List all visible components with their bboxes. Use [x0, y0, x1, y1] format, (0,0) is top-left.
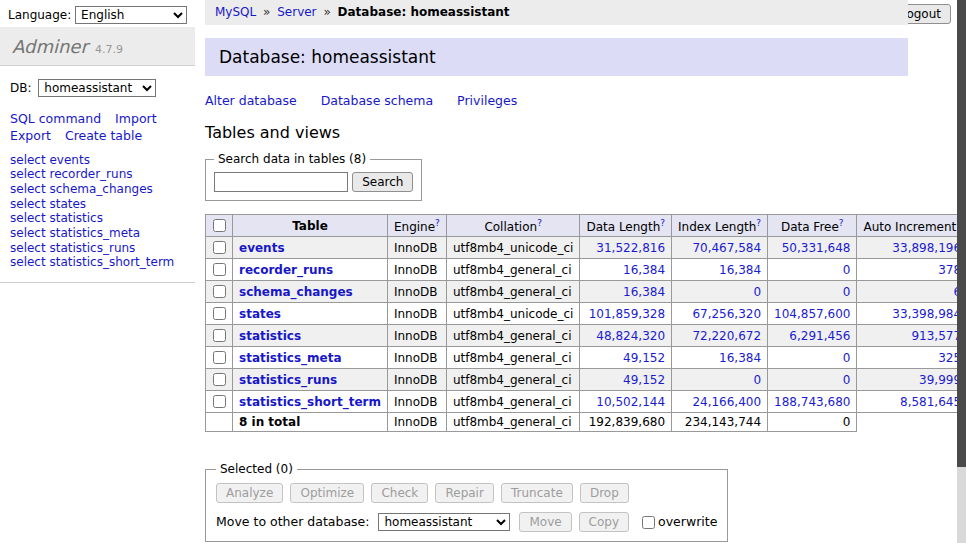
- breadcrumb-current: Database: homeassistant: [338, 5, 510, 19]
- db-select[interactable]: homeassistant: [38, 79, 156, 97]
- repair-button[interactable]: Repair: [435, 483, 493, 503]
- help-link[interactable]: ?: [537, 218, 542, 228]
- collation-cell: utf8mb4_general_ci: [446, 347, 580, 369]
- copy-button[interactable]: Copy: [579, 512, 629, 532]
- sidebar-link-import[interactable]: Import: [115, 111, 157, 126]
- check-button[interactable]: Check: [371, 483, 428, 503]
- table-row: recorder_runs InnoDB utf8mb4_general_ci …: [206, 259, 966, 281]
- help-link[interactable]: ?: [839, 218, 844, 228]
- engine-cell: InnoDB: [387, 237, 446, 259]
- help-link[interactable]: ?: [435, 218, 440, 228]
- data-free-cell: 0: [768, 281, 857, 303]
- breadcrumb-bar: MySQL » Server » Database: homeassistant: [205, 0, 908, 25]
- db-label: DB:: [10, 81, 32, 95]
- auto-increment-cell: 39,999: [857, 369, 966, 391]
- auto-increment-cell: 33,898,196: [857, 237, 966, 259]
- sidebar-table-link[interactable]: select statistics_meta: [10, 226, 140, 240]
- search-legend: Search data in tables (8): [214, 152, 370, 166]
- drop-button[interactable]: Drop: [580, 483, 629, 503]
- sidebar-table-link[interactable]: select statistics: [10, 211, 103, 225]
- sidebar-table-link[interactable]: select statistics_short_term: [10, 255, 174, 269]
- table-name-link[interactable]: schema_changes: [239, 285, 353, 299]
- breadcrumb-link-mysql[interactable]: MySQL: [215, 5, 256, 19]
- truncate-button[interactable]: Truncate: [501, 483, 573, 503]
- data-length-cell: 49,152: [580, 347, 672, 369]
- sidebar-table-link[interactable]: select recorder_runs: [10, 167, 133, 181]
- sidebar-link-create-table[interactable]: Create table: [65, 128, 142, 143]
- db-selector-row: DB: homeassistant: [0, 66, 195, 99]
- total-collation-cell: utf8mb4_general_ci: [446, 413, 580, 432]
- row-checkbox[interactable]: [213, 351, 226, 364]
- row-checkbox[interactable]: [213, 263, 226, 276]
- breadcrumb-link-server[interactable]: Server: [277, 5, 316, 19]
- scrollbar[interactable]: [957, 0, 966, 543]
- table-name-link[interactable]: statistics_runs: [239, 373, 337, 387]
- sidebar-link-export[interactable]: Export: [10, 128, 51, 143]
- nav-link-database-schema[interactable]: Database schema: [321, 93, 433, 108]
- index-length-cell: 72,220,672: [672, 325, 768, 347]
- move-button[interactable]: Move: [519, 512, 571, 532]
- row-checkbox[interactable]: [213, 373, 226, 386]
- index-length-cell: 0: [672, 281, 768, 303]
- overwrite-checkbox[interactable]: [642, 516, 655, 529]
- row-checkbox[interactable]: [213, 285, 226, 298]
- select-all-checkbox[interactable]: [213, 219, 226, 232]
- table-row: statistics_runs InnoDB utf8mb4_general_c…: [206, 369, 966, 391]
- table-name-link[interactable]: recorder_runs: [239, 263, 333, 277]
- sidebar-table-link[interactable]: select schema_changes: [10, 182, 153, 196]
- search-button[interactable]: Search: [352, 172, 413, 192]
- collation-cell: utf8mb4_unicode_ci: [446, 237, 580, 259]
- row-checkbox[interactable]: [213, 395, 226, 408]
- language-select[interactable]: English: [75, 6, 187, 24]
- adminer-logo-link[interactable]: Adminer: [12, 36, 88, 57]
- selected-fieldset: Selected (0) Analyze Optimize Check Repa…: [205, 462, 728, 542]
- list-item: select events: [10, 153, 185, 168]
- total-index-length-cell: 234,143,744: [672, 413, 768, 432]
- engine-cell: InnoDB: [387, 303, 446, 325]
- tables-heading: Tables and views: [205, 123, 908, 142]
- app-logo: Adminer 4.7.9: [0, 27, 195, 66]
- help-link[interactable]: ?: [756, 218, 761, 228]
- column-header-collation: Collation?: [446, 215, 580, 237]
- analyze-button[interactable]: Analyze: [216, 483, 283, 503]
- list-item: select statistics: [10, 211, 185, 226]
- engine-cell: InnoDB: [387, 259, 446, 281]
- table-row: schema_changes InnoDB utf8mb4_general_ci…: [206, 281, 966, 303]
- sidebar-link-sql-command[interactable]: SQL command: [10, 111, 101, 126]
- auto-increment-cell: 33,398,984: [857, 303, 966, 325]
- help-link[interactable]: ?: [660, 218, 665, 228]
- row-checkbox[interactable]: [213, 241, 226, 254]
- table-name-link[interactable]: states: [239, 307, 281, 321]
- auto-increment-cell: 325: [857, 347, 966, 369]
- auto-increment-cell: 913,577: [857, 325, 966, 347]
- app-version: 4.7.9: [95, 43, 123, 56]
- search-input[interactable]: [214, 172, 348, 192]
- nav-link-privileges[interactable]: Privileges: [457, 93, 517, 108]
- move-db-select[interactable]: homeassistant: [378, 513, 510, 531]
- auto-increment-cell: 378: [857, 259, 966, 281]
- data-length-cell: 48,824,320: [580, 325, 672, 347]
- data-free-cell: 0: [768, 369, 857, 391]
- sidebar-table-link[interactable]: select events: [10, 153, 90, 167]
- scrollbar-thumb[interactable]: [957, 0, 966, 467]
- data-length-cell: 16,384: [580, 281, 672, 303]
- collation-cell: utf8mb4_unicode_ci: [446, 303, 580, 325]
- nav-link-alter-database[interactable]: Alter database: [205, 93, 297, 108]
- sidebar-table-link[interactable]: select statistics_runs: [10, 241, 135, 255]
- row-checkbox[interactable]: [213, 307, 226, 320]
- table-name-link[interactable]: events: [239, 241, 285, 255]
- column-header-data-free: Data Free?: [768, 215, 857, 237]
- column-header-auto-increment: Auto Increment?: [857, 215, 966, 237]
- table-name-link[interactable]: statistics_meta: [239, 351, 342, 365]
- optimize-button[interactable]: Optimize: [290, 483, 364, 503]
- row-checkbox[interactable]: [213, 329, 226, 342]
- breadcrumb-separator: »: [263, 5, 270, 19]
- page-title: Database: homeassistant: [205, 38, 908, 76]
- auto-increment-cell: 8,581,645: [857, 391, 966, 413]
- table-name-link[interactable]: statistics_short_term: [239, 395, 381, 409]
- sidebar-table-link[interactable]: select states: [10, 197, 86, 211]
- table-row: events InnoDB utf8mb4_unicode_ci 31,522,…: [206, 237, 966, 259]
- index-length-cell: 67,256,320: [672, 303, 768, 325]
- table-name-link[interactable]: statistics: [239, 329, 301, 343]
- breadcrumb-separator: »: [323, 5, 330, 19]
